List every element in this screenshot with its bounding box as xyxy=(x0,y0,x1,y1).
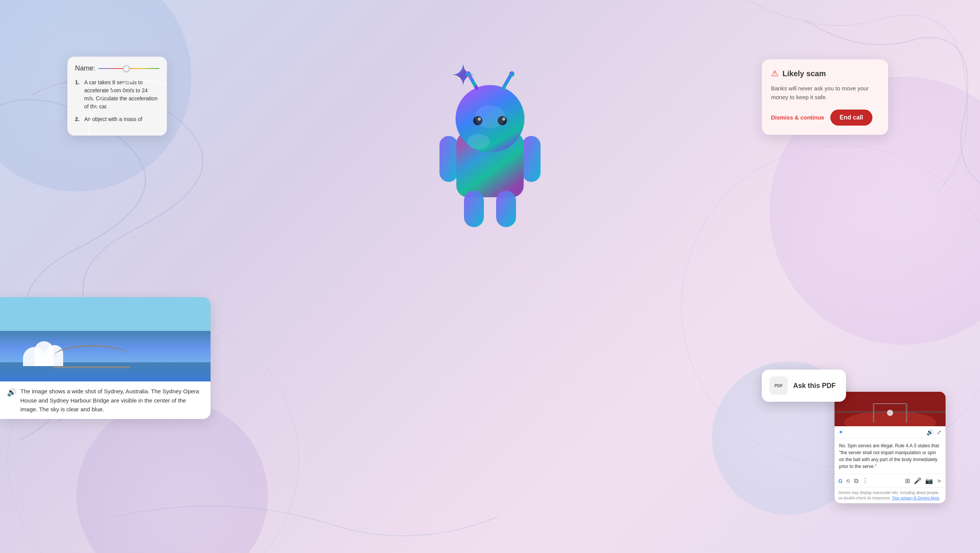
end-call-button[interactable]: End call xyxy=(830,110,872,126)
svg-point-11 xyxy=(466,71,471,77)
sydney-photo xyxy=(0,297,211,381)
svg-point-12 xyxy=(509,71,514,77)
browser-toolbar: ✦ 🔊 ⤢ xyxy=(835,426,946,438)
browser-card: ✦ 🔊 ⤢ No. Spin serves are illegal. Rule … xyxy=(835,392,946,503)
browser-toolbar-icons: 🔊 ⤢ xyxy=(926,429,942,436)
quiz-name-underline xyxy=(98,68,159,69)
android-mascot xyxy=(433,69,547,234)
bg-blob-2 xyxy=(77,400,268,553)
external-link-icon[interactable]: ⤢ xyxy=(937,429,942,436)
share-icon[interactable]: ⎋ xyxy=(846,478,850,484)
ask-pdf-card[interactable]: PDF Ask this PDF xyxy=(762,370,846,402)
scam-header: ⚠ Likely scam xyxy=(771,69,879,79)
svg-point-17 xyxy=(467,134,490,149)
hb-arch xyxy=(54,345,130,368)
svg-line-10 xyxy=(503,75,511,88)
svg-rect-6 xyxy=(464,191,484,227)
scam-body-text: Banks will never ask you to move your mo… xyxy=(771,84,879,102)
pdf-icon: PDF xyxy=(769,376,788,395)
grid-icon[interactable]: ⊞ xyxy=(905,477,910,484)
quiz-name-row: Name: xyxy=(75,64,159,72)
google-icon[interactable]: G xyxy=(838,478,843,484)
quiz-card: Name: 1. A car takes 8 seconds to accele… xyxy=(67,57,167,136)
quiz-item-2: 2. An object with a mass of xyxy=(75,115,159,123)
pdf-card-label: Ask this PDF xyxy=(793,382,836,390)
image-desc-body: 🔊 The image shows a wide shot of Sydney,… xyxy=(0,381,211,419)
warning-icon: ⚠ xyxy=(771,69,779,79)
svg-point-18 xyxy=(475,105,505,128)
scam-actions: Dismiss & continue End call xyxy=(771,110,879,126)
copy-icon[interactable]: ⧉ xyxy=(854,478,858,484)
image-description-card: 🔊 The image shows a wide shot of Sydney,… xyxy=(0,297,211,419)
pdf-icon-label: PDF xyxy=(774,383,783,388)
browser-action-bar: G ⎋ ⧉ ⋮ ⊞ 🎤 📷 ➤ xyxy=(835,474,946,488)
quiz-name-label: Name: xyxy=(75,64,95,72)
svg-rect-3 xyxy=(439,136,458,182)
quiz-item-1-text: A car takes 8 seconds to accelerate from… xyxy=(84,79,159,111)
quiz-name-dot xyxy=(123,65,130,72)
send-icon[interactable]: ➤ xyxy=(937,477,942,484)
quiz-item-1: 1. A car takes 8 seconds to accelerate f… xyxy=(75,79,159,111)
harbour-bridge xyxy=(54,345,130,368)
svg-line-9 xyxy=(469,75,477,88)
svg-rect-24 xyxy=(906,403,907,422)
browser-photo-svg xyxy=(835,392,946,426)
image-description-text: The image shows a wide shot of Sydney, A… xyxy=(20,387,204,414)
privacy-link[interactable]: Your privacy & Gemini Apps xyxy=(892,496,939,500)
svg-rect-4 xyxy=(522,136,541,182)
volume-icon[interactable]: 🔊 xyxy=(926,429,934,436)
quiz-item-2-text: An object with a mass of xyxy=(84,115,142,123)
more-icon[interactable]: ⋮ xyxy=(862,477,868,484)
mic-icon[interactable]: 🎤 xyxy=(914,477,921,484)
scam-title: Likely scam xyxy=(782,69,826,78)
scam-warning-card: ⚠ Likely scam Banks will never ask you t… xyxy=(762,59,888,135)
speaker-icon: 🔊 xyxy=(7,388,16,397)
svg-rect-23 xyxy=(873,403,874,422)
quiz-item-2-number: 2. xyxy=(75,115,82,123)
camera-icon[interactable]: 📷 xyxy=(925,477,933,484)
svg-rect-25 xyxy=(874,403,906,404)
svg-point-22 xyxy=(887,410,893,416)
browser-photo-area xyxy=(835,392,946,426)
quiz-item-1-number: 1. xyxy=(75,79,82,111)
svg-rect-7 xyxy=(496,191,516,227)
dismiss-continue-button[interactable]: Dismiss & continue xyxy=(771,114,824,121)
browser-ai-response: No. Spin serves are illegal. Rule 4.A.5 … xyxy=(835,438,946,474)
gemini-spark-icon: ✦ xyxy=(838,429,843,436)
hb-road xyxy=(54,366,130,368)
browser-footer-text: Gemini may display inaccurate info, incl… xyxy=(835,488,946,503)
